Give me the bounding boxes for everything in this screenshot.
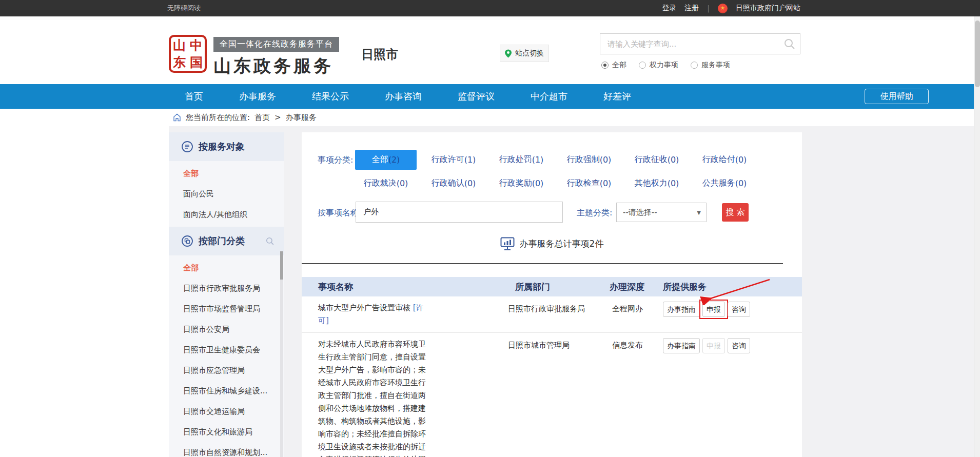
main-nav: 首页 办事服务 结果公示 办事咨询 监督评议 中介超市 好差评 使用帮助	[0, 84, 980, 109]
city-portal-link[interactable]: 日照市政府门户网站	[736, 4, 800, 13]
table-row: 城市大型户外广告设置审核 [许可] 日照市行政审批服务局 全程网办 办事指南 申…	[302, 296, 802, 333]
consult-button[interactable]: 咨询	[728, 302, 750, 317]
category-tab[interactable]: 公共服务(0)	[691, 173, 758, 193]
sidebar-item-citizens[interactable]: 面向公民	[169, 184, 284, 204]
sidebar-dept-item[interactable]: 日照市行政审批服务局	[169, 278, 284, 299]
topic-filter-label: 主题分类:	[577, 208, 612, 218]
location-pin-icon	[505, 49, 512, 58]
sidebar-dept-item[interactable]: 日照市住房和城乡建设...	[169, 381, 284, 401]
category-tab[interactable]: 行政确认(0)	[420, 173, 487, 193]
topic-select[interactable]: --请选择-- ▼	[616, 203, 707, 222]
topbar-divider: |	[707, 4, 710, 12]
sidebar-scrollbar-track	[280, 251, 283, 457]
site-switch-button[interactable]: 站点切换	[500, 45, 549, 62]
category-tab[interactable]: 行政裁决(0)	[352, 173, 420, 193]
page-scrollbar-thumb[interactable]	[975, 21, 980, 87]
register-link[interactable]: 注册	[684, 4, 699, 13]
national-emblem-icon: ★	[718, 4, 728, 13]
item-name-input[interactable]	[356, 202, 563, 223]
category-tab-all[interactable]: 全部(2)	[355, 150, 417, 170]
breadcrumb-separator: >	[275, 113, 281, 122]
sidebar-section-service-object: 按服务对象	[169, 132, 284, 161]
sidebar-item-legal-persons[interactable]: 面向法人/其他组织	[169, 204, 284, 225]
scope-radio-all[interactable]: 全部	[601, 61, 626, 70]
scope-radio-power-items[interactable]: 权力事项	[639, 61, 678, 70]
item-department: 日照市行政审批服务局	[497, 302, 597, 314]
category-tab[interactable]: 行政检查(0)	[555, 173, 623, 193]
nav-item-results[interactable]: 结果公示	[308, 90, 353, 103]
keyword-search-input[interactable]	[600, 34, 800, 54]
accessibility-link[interactable]: 无障碍阅读	[167, 4, 201, 13]
category-tab[interactable]: 行政征收(0)	[623, 150, 691, 170]
sidebar-dept-item[interactable]: 日照市卫生健康委员会	[169, 340, 284, 360]
apply-button[interactable]: 申报	[702, 302, 725, 317]
page-scrollbar-track	[974, 16, 980, 457]
nav-item-home[interactable]: 首页	[181, 90, 207, 103]
shandong-china-seal-logo: 山 中 东 国	[169, 35, 207, 73]
chart-monitor-icon	[500, 237, 515, 251]
guide-button[interactable]: 办事指南	[663, 338, 700, 353]
chevron-down-icon: ▼	[697, 210, 701, 215]
category-filter-label: 事项分类:	[318, 155, 353, 166]
divider-line	[302, 263, 783, 264]
sidebar-item-all-objects[interactable]: 全部	[169, 163, 284, 184]
login-link[interactable]: 登录	[662, 4, 676, 13]
list-circle-icon	[181, 141, 193, 153]
breadcrumb-home-link[interactable]: 首页	[254, 113, 270, 123]
nav-item-services[interactable]: 办事服务	[235, 90, 280, 103]
keyword-search-box	[600, 33, 800, 54]
sidebar-dept-item[interactable]: 日照市文化和旅游局	[169, 422, 284, 442]
consult-button[interactable]: 咨询	[728, 338, 750, 353]
sidebar-dept-item[interactable]: 日照市应急管理局	[169, 360, 284, 381]
category-tab[interactable]: 行政奖励(0)	[487, 173, 555, 193]
sidebar-dept-item[interactable]: 日照市公安局	[169, 319, 284, 340]
breadcrumb-bar: 您当前所在的位置: 首页 > 办事服务	[0, 109, 980, 126]
top-bar: 无障碍阅读 登录 注册 | ★ 日照市政府门户网站	[0, 0, 980, 16]
nav-item-supervision[interactable]: 监督评议	[454, 90, 499, 103]
category-tab[interactable]: 行政强制(0)	[555, 150, 623, 170]
apply-button-disabled: 申报	[702, 338, 725, 353]
site-title: 山东政务服务	[213, 54, 339, 78]
sidebar-dept-item[interactable]: 日照市市场监督管理局	[169, 299, 284, 319]
department-search-icon[interactable]	[265, 236, 275, 246]
guide-button[interactable]: 办事指南	[663, 302, 700, 317]
result-summary: 办事服务总计事项2件	[302, 237, 802, 251]
sidebar-dept-item[interactable]: 日照市自然资源和规划...	[169, 442, 284, 457]
nav-item-consult[interactable]: 办事咨询	[381, 90, 426, 103]
category-tabs: 全部(2) 行政许可(1) 行政处罚(1) 行政强制(0) 行政征收(0) 行政…	[352, 150, 758, 193]
department-circle-icon	[181, 235, 193, 247]
category-tab[interactable]: 其他权力(0)	[623, 173, 691, 193]
item-depth: 全程网办	[597, 302, 645, 314]
category-tab[interactable]: 行政给付(0)	[691, 150, 758, 170]
main-panel: 事项分类: 全部(2) 行政许可(1) 行政处罚(1) 行政强制(0) 行政征收…	[302, 132, 802, 457]
category-tab[interactable]: 行政许可(1)	[420, 150, 487, 170]
search-icon[interactable]	[783, 38, 796, 50]
current-city: 日照市	[361, 46, 398, 63]
search-scope-group: 全部 权力事项 服务事项	[601, 61, 730, 70]
item-name-link[interactable]: 城市大型户外广告设置审核	[318, 303, 410, 312]
site-header: 山 中 东 国 全国一体化在线政务服务平台 山东政务服务 日照市 站点切换 全部…	[0, 16, 980, 84]
sidebar-scrollbar-thumb[interactable]	[280, 251, 283, 280]
col-header-item-name: 事项名称	[312, 281, 497, 293]
breadcrumb-prefix: 您当前所在的位置:	[186, 113, 250, 123]
table-header: 事项名称 所属部门 办理深度 所提供服务	[302, 277, 802, 296]
col-header-services: 所提供服务	[645, 281, 802, 293]
sidebar-dept-item[interactable]: 日照市交通运输局	[169, 401, 284, 422]
sidebar-section-department: 按部门分类	[169, 227, 284, 255]
help-button[interactable]: 使用帮助	[865, 89, 929, 104]
home-icon	[173, 113, 181, 122]
item-department: 日照市城市管理局	[497, 338, 597, 350]
item-depth: 信息发布	[597, 338, 645, 350]
col-header-depth: 办理深度	[597, 281, 645, 293]
search-button[interactable]: 搜 索	[722, 203, 749, 222]
breadcrumb-current[interactable]: 办事服务	[286, 113, 317, 123]
sidebar-dept-all[interactable]: 全部	[169, 257, 284, 278]
nav-item-rating[interactable]: 好差评	[599, 90, 635, 103]
platform-badge: 全国一体化在线政务服务平台	[213, 37, 339, 52]
item-name-link[interactable]: 对未经城市人民政府市容环境卫生行政主管部门同意，擅自设置大型户外广告，影响市容的…	[318, 338, 427, 457]
radio-selected-icon	[601, 62, 609, 69]
nav-item-agency-market[interactable]: 中介超市	[526, 90, 572, 103]
scope-radio-service-items[interactable]: 服务事项	[691, 61, 730, 70]
table-row: 对未经城市人民政府市容环境卫生行政主管部门同意，擅自设置大型户外广告，影响市容的…	[302, 333, 802, 457]
category-tab[interactable]: 行政处罚(1)	[487, 150, 555, 170]
